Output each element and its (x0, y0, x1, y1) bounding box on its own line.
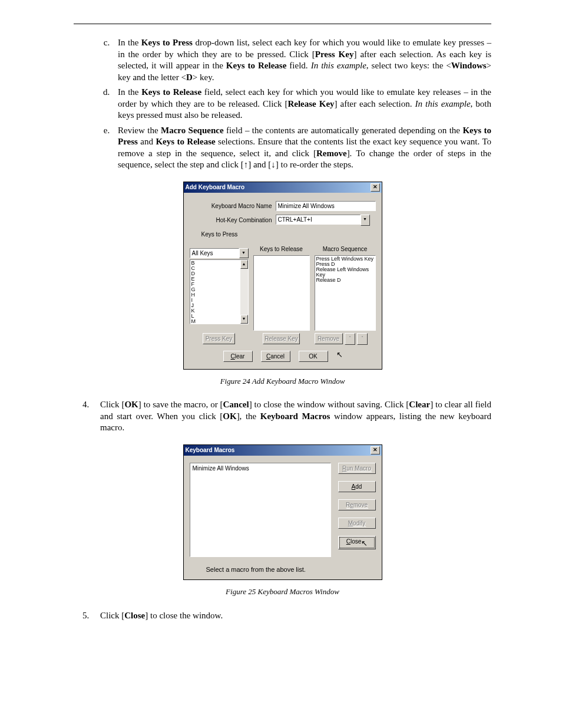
move-up-icon[interactable]: ˄ (345, 333, 355, 345)
scroll-down-icon[interactable]: ▼ (240, 315, 248, 324)
macros-list[interactable]: Minimize All Windows (190, 463, 331, 557)
list-item[interactable]: L (191, 314, 247, 319)
figure-24-caption: Figure 24 Add Keyboard Macro Window (74, 377, 491, 387)
list-item[interactable]: I (191, 298, 247, 303)
dialog1-title: Add Keyboard Macro (186, 183, 245, 191)
close-button[interactable]: Close↖ (338, 536, 376, 549)
step-5: Click [Close] to close the window. (91, 610, 491, 622)
status-text: Select a macro from the above list. (184, 563, 382, 579)
step-e: Review the Macro Sequence field – the co… (112, 125, 491, 171)
keyboard-macros-dialog: Keyboard Macros ✕ Minimize All Windows R… (183, 444, 382, 580)
macro-name-input[interactable]: Minimize All Windows (276, 201, 376, 211)
release-key-button[interactable]: Release Key (263, 333, 300, 344)
keys-filter-combo[interactable]: All Keys ▼ (190, 248, 249, 258)
ok-button[interactable]: OK (299, 351, 328, 362)
dialog1-titlebar[interactable]: Add Keyboard Macro ✕ (184, 182, 382, 193)
macro-sequence-list[interactable]: Press Left Windows Key Press D Release L… (315, 255, 376, 331)
scrollbar[interactable]: ▲ ▼ (240, 260, 248, 324)
run-macro-button[interactable]: Run Macro (338, 463, 376, 474)
list-item[interactable]: D (191, 271, 247, 276)
page-top-rule (74, 24, 491, 24)
cancel-button[interactable]: Cancel (261, 351, 290, 362)
list-item[interactable]: M (191, 319, 247, 324)
cursor-icon: ↖ (336, 351, 342, 359)
modify-button[interactable]: Modify (338, 518, 376, 529)
figure-25-caption: Figure 25 Keyboard Macros Window (74, 587, 491, 597)
list-item[interactable]: Minimize All Windows (193, 465, 328, 472)
dialog2-titlebar[interactable]: Keyboard Macros ✕ (184, 445, 382, 456)
macro-name-label: Keyboard Macro Name (190, 202, 276, 210)
add-keyboard-macro-dialog: Add Keyboard Macro ✕ Keyboard Macro Name… (183, 182, 382, 370)
remove-macro-button[interactable]: Remove (338, 499, 376, 510)
numbered-steps-4: Click [OK] to save the macro, or [Cancel… (74, 399, 491, 434)
hotkey-label: Hot-Key Combination (190, 216, 276, 224)
step-c: In the Keys to Press drop-down list, sel… (112, 37, 491, 83)
close-icon[interactable]: ✕ (371, 446, 380, 454)
step-4: Click [OK] to save the macro, or [Cancel… (91, 399, 491, 434)
hotkey-combo[interactable]: CTRL+ALT+I ▼ (276, 215, 370, 226)
list-item[interactable]: B (191, 261, 247, 266)
clear-button[interactable]: Clear (223, 351, 253, 362)
list-item[interactable]: E (191, 276, 247, 282)
list-item[interactable]: Release D (316, 278, 374, 283)
lettered-steps: In the Keys to Press drop-down list, sel… (74, 37, 491, 171)
list-item[interactable]: Release Left Windows Key (316, 267, 374, 278)
macro-sequence-label: Macro Sequence (315, 230, 376, 253)
move-down-icon[interactable]: ˅ (357, 333, 368, 345)
add-button[interactable]: Add (338, 481, 376, 492)
chevron-down-icon[interactable]: ▼ (361, 215, 370, 226)
scroll-up-icon[interactable]: ▲ (240, 260, 248, 269)
cursor-icon: ↖ (361, 539, 367, 548)
keys-to-release-list[interactable] (253, 255, 310, 331)
list-item[interactable]: J (191, 303, 247, 308)
keys-to-press-label: Keys to Press (190, 230, 249, 246)
chevron-down-icon[interactable]: ▼ (239, 248, 249, 258)
list-item[interactable]: K (191, 308, 247, 314)
hotkey-value: CTRL+ALT+I (276, 215, 361, 225)
keys-filter-value: All Keys (190, 248, 239, 258)
keys-to-release-label: Keys to Release (253, 230, 310, 253)
list-item[interactable]: H (191, 292, 247, 298)
close-icon[interactable]: ✕ (371, 183, 380, 192)
keys-to-press-list[interactable]: B C D E F G H I J K L M N ▲ (190, 259, 249, 324)
press-key-button[interactable]: Press Key (203, 333, 235, 344)
step-d: In the Keys to Release field, select eac… (112, 87, 491, 121)
numbered-steps-5: Click [Close] to close the window. (74, 610, 491, 622)
list-item[interactable]: C (191, 266, 247, 271)
list-item[interactable]: F (191, 282, 247, 287)
dialog2-title: Keyboard Macros (186, 446, 235, 454)
list-item[interactable]: G (191, 287, 247, 292)
remove-button[interactable]: Remove (315, 333, 343, 344)
